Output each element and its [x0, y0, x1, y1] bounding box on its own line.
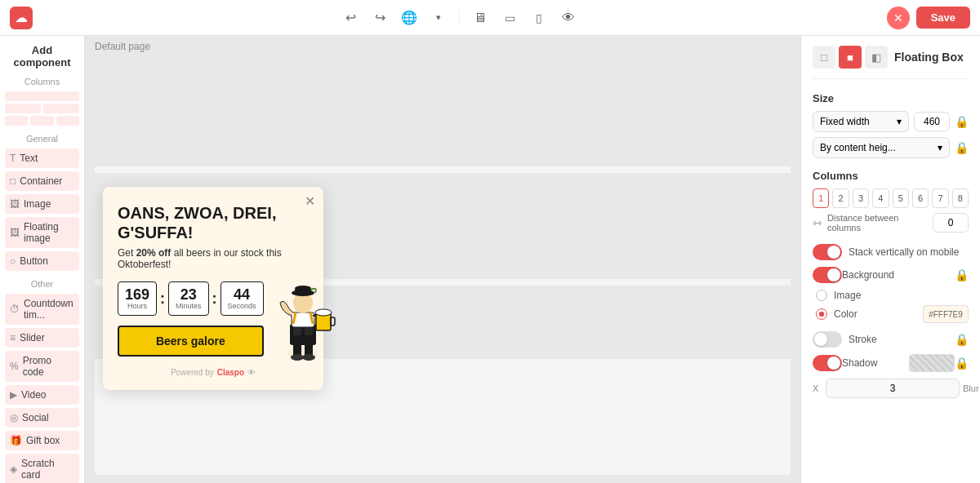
shadow-x-row: X Blur	[813, 379, 980, 398]
svg-point-13	[315, 309, 332, 316]
shadow-x-input[interactable]	[826, 379, 960, 398]
col-layout-third-2[interactable]	[30, 116, 53, 126]
background-label: Background	[842, 269, 955, 281]
topbar: ☁ ↩ ↪ 🌐 ▾ 🖥 ▭ ▯ 👁 ✕ Save	[0, 0, 980, 36]
bg-color-row: Color #FFF7E9	[816, 305, 969, 323]
main-layout: Add component Columns General T Text □ C…	[0, 36, 980, 483]
undo-button[interactable]: ↩	[338, 6, 363, 30]
sidebar-item-floating-image[interactable]: 🖼 Floating image	[5, 217, 79, 248]
component-header: □ ■ ◧ Floating Box	[813, 46, 969, 79]
col-layout-third-1[interactable]	[5, 116, 28, 126]
image-icon: 🖼	[10, 198, 20, 210]
type-icon-1[interactable]: □	[813, 46, 835, 69]
shadow-coords: X Blur Y Size	[813, 379, 969, 398]
breadcrumb: Default page	[85, 36, 800, 57]
col-layout-third-3[interactable]	[56, 116, 79, 126]
svg-point-17	[302, 354, 315, 361]
floating-box-popup: ✕ OANS, ZWOA, DREI, G'SUFFA! Get 20% off…	[103, 187, 323, 390]
col-btn-6[interactable]: 6	[912, 188, 929, 208]
powered-by: Powered by Claspo 👁	[118, 368, 309, 377]
column-distance-row: ⇿ Distance between columns	[813, 213, 969, 233]
col-btn-4[interactable]: 4	[872, 188, 889, 208]
oktoberfest-figure	[270, 281, 336, 363]
col-layout-half-2[interactable]	[43, 104, 79, 113]
svg-point-16	[291, 354, 304, 361]
timer-seconds: 44 Seconds	[220, 281, 264, 316]
text-icon: T	[10, 153, 16, 164]
stack-vertically-row: Stack vertically on mobile	[813, 244, 969, 260]
sidebar-item-social[interactable]: ◎ Social	[5, 408, 79, 428]
logo-icon: ☁	[10, 7, 33, 29]
sidebar-item-promo-code[interactable]: % Promo code	[5, 351, 79, 382]
social-icon: ◎	[10, 412, 18, 423]
sidebar-item-video[interactable]: ▶ Video	[5, 385, 79, 405]
height-select[interactable]: By content heig... ▾	[813, 137, 950, 158]
columns-section-label: Columns	[5, 77, 79, 86]
col-btn-1[interactable]: 1	[813, 188, 829, 208]
sidebar-item-image[interactable]: 🖼 Image	[5, 194, 79, 214]
popup-subtitle: Get 20% off all beers in our stock this …	[118, 247, 309, 270]
col-btn-8[interactable]: 8	[952, 188, 969, 208]
col-btn-3[interactable]: 3	[853, 188, 869, 208]
close-button[interactable]: ✕	[887, 7, 910, 29]
shadow-toggle-row: Shadow 🔒	[813, 354, 969, 372]
sidebar-item-text[interactable]: T Text	[5, 148, 79, 168]
bg-color-swatch[interactable]: #FFF7E9	[923, 305, 969, 323]
sidebar-item-slider[interactable]: ≡ Slider	[5, 328, 79, 348]
bg-image-row: Image	[816, 290, 969, 301]
tablet-view-button[interactable]: ▭	[497, 6, 522, 30]
size-label: Size	[813, 92, 969, 104]
globe-button[interactable]: 🌐	[397, 6, 421, 30]
col-dist-input[interactable]	[933, 213, 969, 233]
sidebar-item-button[interactable]: ○ Button	[5, 251, 79, 271]
mobile-view-button[interactable]: ▯	[527, 6, 551, 30]
popup-cta-button[interactable]: Beers galore	[118, 326, 264, 357]
type-icon-3[interactable]: ◧	[865, 46, 888, 69]
sidebar-item-countdown[interactable]: ⏱ Countdown tim...	[5, 294, 79, 325]
svg-point-10	[295, 286, 311, 290]
bg-color-radio[interactable]	[816, 308, 827, 320]
stroke-row: Stroke 🔒	[813, 331, 969, 348]
chevron-down-button[interactable]: ▾	[426, 6, 451, 30]
redo-button[interactable]: ↪	[368, 6, 392, 30]
topbar-right: ✕ Save	[887, 7, 970, 29]
width-value-input[interactable]	[914, 112, 950, 131]
col-layout-half-1[interactable]	[5, 104, 41, 113]
shadow-lock-icon: 🔒	[955, 357, 969, 370]
save-button[interactable]: Save	[916, 7, 970, 29]
svg-rect-12	[331, 317, 335, 326]
desktop-view-button[interactable]: 🖥	[468, 6, 492, 30]
countdown-icon: ⏱	[10, 304, 20, 315]
sidebar-title: Add component	[5, 44, 79, 69]
stack-vertically-toggle[interactable]	[813, 244, 842, 260]
popup-title: OANS, ZWOA, DREI, G'SUFFA!	[118, 203, 309, 242]
background-section: Background 🔒 Image Color #FFF7E9	[813, 267, 969, 323]
stroke-toggle[interactable]	[813, 331, 842, 348]
col-btn-2[interactable]: 2	[832, 188, 849, 208]
sidebar-item-gift-box[interactable]: 🎁 Gift box	[5, 431, 79, 450]
popup-right-col	[270, 281, 336, 363]
shadow-toggle[interactable]	[813, 355, 842, 371]
popup-left-col: 169 Hours : 23 Minutes : 44 Seco	[118, 281, 264, 363]
sidebar-item-container[interactable]: □ Container	[5, 171, 79, 191]
type-icon-2[interactable]: ■	[839, 46, 862, 69]
sidebar-item-scratch-card[interactable]: ◈ Scratch card	[5, 454, 79, 483]
topbar-left: ☁	[10, 7, 33, 29]
component-label: Floating Box	[894, 51, 964, 64]
column-layouts	[5, 91, 79, 126]
timer-minutes: 23 Minutes	[168, 281, 209, 316]
col-dist-icon: ⇿	[813, 216, 822, 229]
right-panel: □ ■ ◧ Floating Box Size Fixed width ▾ 🔒 …	[800, 36, 980, 483]
bg-image-radio[interactable]	[816, 290, 827, 301]
shadow-blur-label: Blur	[963, 383, 979, 393]
component-type-icons: □ ■ ◧	[813, 46, 888, 69]
col-btn-7[interactable]: 7	[932, 188, 948, 208]
popup-content: 169 Hours : 23 Minutes : 44 Seco	[118, 281, 309, 363]
button-icon: ○	[10, 255, 16, 267]
background-toggle[interactable]	[813, 267, 842, 283]
col-btn-5[interactable]: 5	[893, 188, 909, 208]
popup-close-button[interactable]: ✕	[305, 193, 315, 209]
width-select[interactable]: Fixed width ▾	[813, 111, 909, 132]
preview-button[interactable]: 👁	[556, 6, 581, 30]
col-layout-full[interactable]	[5, 91, 79, 101]
